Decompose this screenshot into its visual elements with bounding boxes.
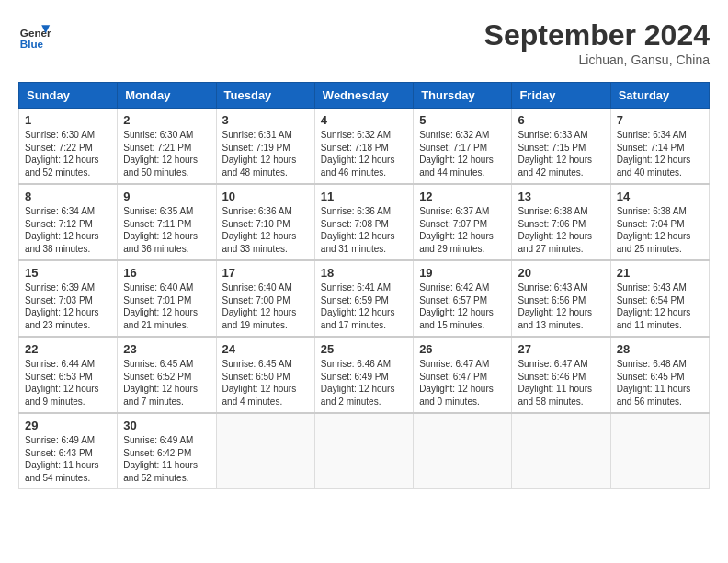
calendar-cell: 15Sunrise: 6:39 AM Sunset: 7:03 PM Dayli… xyxy=(19,260,118,337)
day-number: 22 xyxy=(25,342,111,356)
day-number: 10 xyxy=(222,190,309,203)
day-info: Sunrise: 6:46 AM Sunset: 6:49 PM Dayligh… xyxy=(321,358,407,408)
calendar-cell: 25Sunrise: 6:46 AM Sunset: 6:49 PM Dayli… xyxy=(314,337,413,413)
calendar-cell: 2Sunrise: 6:30 AM Sunset: 7:21 PM Daylig… xyxy=(118,109,216,185)
day-info: Sunrise: 6:47 AM Sunset: 6:47 PM Dayligh… xyxy=(419,358,506,408)
logo: General Blue xyxy=(18,18,51,52)
month-title: September 2024 xyxy=(484,18,710,52)
day-info: Sunrise: 6:41 AM Sunset: 6:59 PM Dayligh… xyxy=(321,282,407,331)
day-info: Sunrise: 6:32 AM Sunset: 7:18 PM Dayligh… xyxy=(321,129,407,178)
day-info: Sunrise: 6:36 AM Sunset: 7:10 PM Dayligh… xyxy=(222,205,309,255)
day-info: Sunrise: 6:30 AM Sunset: 7:21 PM Dayligh… xyxy=(123,129,210,178)
calendar-cell: 16Sunrise: 6:40 AM Sunset: 7:01 PM Dayli… xyxy=(118,260,216,337)
day-info: Sunrise: 6:38 AM Sunset: 7:04 PM Dayligh… xyxy=(617,205,703,255)
day-number: 26 xyxy=(419,342,506,356)
day-info: Sunrise: 6:30 AM Sunset: 7:22 PM Dayligh… xyxy=(25,129,111,178)
calendar-cell: 9Sunrise: 6:35 AM Sunset: 7:11 PM Daylig… xyxy=(118,184,216,260)
calendar-cell: 12Sunrise: 6:37 AM Sunset: 7:07 PM Dayli… xyxy=(414,184,512,260)
day-info: Sunrise: 6:42 AM Sunset: 6:57 PM Dayligh… xyxy=(419,282,506,331)
location: Lichuan, Gansu, China xyxy=(484,52,710,67)
weekday-tuesday: Tuesday xyxy=(216,83,314,109)
calendar-cell: 17Sunrise: 6:40 AM Sunset: 7:00 PM Dayli… xyxy=(216,260,314,337)
calendar-cell: 3Sunrise: 6:31 AM Sunset: 7:19 PM Daylig… xyxy=(216,109,314,185)
calendar-cell: 19Sunrise: 6:42 AM Sunset: 6:57 PM Dayli… xyxy=(414,260,512,337)
day-number: 27 xyxy=(518,342,604,356)
calendar-cell xyxy=(314,413,413,489)
title-block: September 2024 Lichuan, Gansu, China xyxy=(484,18,710,67)
day-number: 16 xyxy=(123,266,210,280)
day-info: Sunrise: 6:40 AM Sunset: 7:01 PM Dayligh… xyxy=(123,282,210,331)
day-info: Sunrise: 6:32 AM Sunset: 7:17 PM Dayligh… xyxy=(419,129,506,178)
day-number: 21 xyxy=(617,266,703,280)
day-number: 1 xyxy=(25,113,111,127)
weekday-monday: Monday xyxy=(118,83,216,109)
day-info: Sunrise: 6:36 AM Sunset: 7:08 PM Dayligh… xyxy=(321,205,407,255)
calendar-cell: 27Sunrise: 6:47 AM Sunset: 6:46 PM Dayli… xyxy=(512,337,610,413)
logo-icon: General Blue xyxy=(18,18,51,52)
calendar-table: SundayMondayTuesdayWednesdayThursdayFrid… xyxy=(18,82,710,489)
day-number: 15 xyxy=(25,266,111,280)
calendar-cell: 24Sunrise: 6:45 AM Sunset: 6:50 PM Dayli… xyxy=(216,337,314,413)
calendar-cell: 22Sunrise: 6:44 AM Sunset: 6:53 PM Dayli… xyxy=(19,337,118,413)
calendar-cell: 7Sunrise: 6:34 AM Sunset: 7:14 PM Daylig… xyxy=(610,109,709,185)
weekday-wednesday: Wednesday xyxy=(314,83,413,109)
week-row-4: 22Sunrise: 6:44 AM Sunset: 6:53 PM Dayli… xyxy=(19,337,710,413)
day-number: 25 xyxy=(321,342,407,356)
day-info: Sunrise: 6:35 AM Sunset: 7:11 PM Dayligh… xyxy=(123,205,210,255)
day-info: Sunrise: 6:45 AM Sunset: 6:50 PM Dayligh… xyxy=(222,358,309,408)
day-info: Sunrise: 6:34 AM Sunset: 7:12 PM Dayligh… xyxy=(25,205,111,255)
day-number: 29 xyxy=(25,419,111,432)
calendar-body: 1Sunrise: 6:30 AM Sunset: 7:22 PM Daylig… xyxy=(19,109,710,489)
weekday-saturday: Saturday xyxy=(610,83,709,109)
day-number: 8 xyxy=(25,190,111,203)
day-info: Sunrise: 6:45 AM Sunset: 6:52 PM Dayligh… xyxy=(123,358,210,408)
calendar-cell xyxy=(512,413,610,489)
day-number: 3 xyxy=(222,113,309,127)
calendar-cell xyxy=(414,413,512,489)
day-info: Sunrise: 6:47 AM Sunset: 6:46 PM Dayligh… xyxy=(518,358,604,408)
weekday-thursday: Thursday xyxy=(414,83,512,109)
svg-text:Blue: Blue xyxy=(20,38,44,50)
week-row-1: 1Sunrise: 6:30 AM Sunset: 7:22 PM Daylig… xyxy=(19,109,710,185)
calendar-cell: 6Sunrise: 6:33 AM Sunset: 7:15 PM Daylig… xyxy=(512,109,610,185)
day-info: Sunrise: 6:40 AM Sunset: 7:00 PM Dayligh… xyxy=(222,282,309,331)
calendar-cell xyxy=(216,413,314,489)
day-number: 2 xyxy=(123,113,210,127)
day-info: Sunrise: 6:39 AM Sunset: 7:03 PM Dayligh… xyxy=(25,282,111,331)
day-info: Sunrise: 6:43 AM Sunset: 6:56 PM Dayligh… xyxy=(518,282,604,331)
calendar-cell xyxy=(610,413,709,489)
weekday-friday: Friday xyxy=(512,83,610,109)
day-number: 24 xyxy=(222,342,309,356)
day-info: Sunrise: 6:49 AM Sunset: 6:43 PM Dayligh… xyxy=(25,434,111,484)
day-number: 20 xyxy=(518,266,604,280)
day-number: 7 xyxy=(617,113,703,127)
day-number: 12 xyxy=(419,190,506,203)
day-info: Sunrise: 6:49 AM Sunset: 6:42 PM Dayligh… xyxy=(123,434,210,484)
day-number: 23 xyxy=(123,342,210,356)
calendar-cell: 8Sunrise: 6:34 AM Sunset: 7:12 PM Daylig… xyxy=(19,184,118,260)
day-number: 28 xyxy=(617,342,703,356)
calendar-cell: 29Sunrise: 6:49 AM Sunset: 6:43 PM Dayli… xyxy=(19,413,118,489)
day-number: 17 xyxy=(222,266,309,280)
day-number: 5 xyxy=(419,113,506,127)
weekday-header-row: SundayMondayTuesdayWednesdayThursdayFrid… xyxy=(19,83,710,109)
calendar-cell: 18Sunrise: 6:41 AM Sunset: 6:59 PM Dayli… xyxy=(314,260,413,337)
calendar-cell: 5Sunrise: 6:32 AM Sunset: 7:17 PM Daylig… xyxy=(414,109,512,185)
day-number: 11 xyxy=(321,190,407,203)
day-number: 9 xyxy=(123,190,210,203)
day-info: Sunrise: 6:33 AM Sunset: 7:15 PM Dayligh… xyxy=(518,129,604,178)
day-info: Sunrise: 6:44 AM Sunset: 6:53 PM Dayligh… xyxy=(25,358,111,408)
calendar-cell: 10Sunrise: 6:36 AM Sunset: 7:10 PM Dayli… xyxy=(216,184,314,260)
day-number: 18 xyxy=(321,266,407,280)
calendar-cell: 13Sunrise: 6:38 AM Sunset: 7:06 PM Dayli… xyxy=(512,184,610,260)
day-number: 14 xyxy=(617,190,703,203)
day-number: 30 xyxy=(123,419,210,432)
calendar-cell: 23Sunrise: 6:45 AM Sunset: 6:52 PM Dayli… xyxy=(118,337,216,413)
day-info: Sunrise: 6:31 AM Sunset: 7:19 PM Dayligh… xyxy=(222,129,309,178)
calendar-cell: 26Sunrise: 6:47 AM Sunset: 6:47 PM Dayli… xyxy=(414,337,512,413)
calendar-cell: 30Sunrise: 6:49 AM Sunset: 6:42 PM Dayli… xyxy=(118,413,216,489)
calendar-cell: 21Sunrise: 6:43 AM Sunset: 6:54 PM Dayli… xyxy=(610,260,709,337)
page-header: General Blue September 2024 Lichuan, Gan… xyxy=(18,18,710,67)
calendar-cell: 4Sunrise: 6:32 AM Sunset: 7:18 PM Daylig… xyxy=(314,109,413,185)
week-row-2: 8Sunrise: 6:34 AM Sunset: 7:12 PM Daylig… xyxy=(19,184,710,260)
